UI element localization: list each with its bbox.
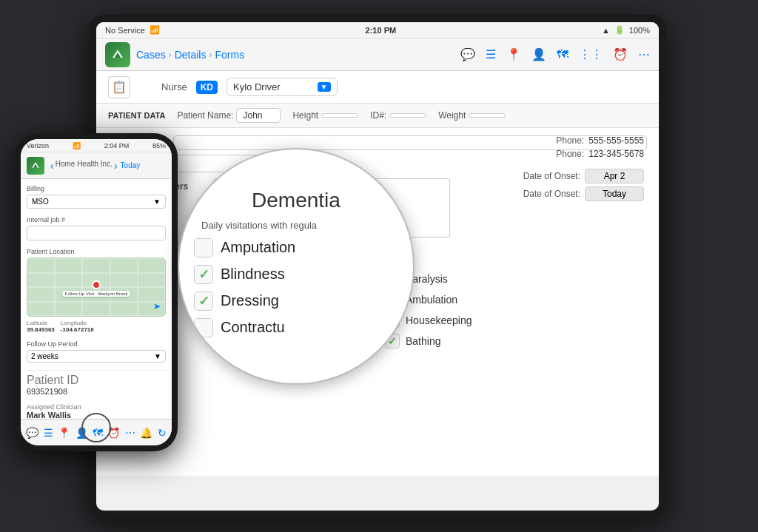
magnifier-item-amputation: Amputation: [194, 238, 398, 257]
location-icon[interactable]: 📍: [506, 47, 521, 61]
phone-chat-icon[interactable]: 💬: [26, 427, 38, 439]
patient-name-value[interactable]: John: [236, 108, 281, 123]
app-logo: [105, 42, 130, 67]
magnifier-title: Dementia: [194, 189, 398, 212]
phone-location-section: Patient Location: [27, 248, 166, 333]
date-row-2: Date of Onset: Today: [523, 186, 644, 201]
phone-row-1: Phone: 555-555-5555: [556, 135, 644, 146]
phone-bell-icon[interactable]: 🔔: [140, 427, 152, 439]
date-info: Date of Onset: Apr 2 Date of Onset: Toda…: [523, 169, 644, 204]
billing-dropdown-arrow: ▼: [153, 198, 161, 206]
grid-icon[interactable]: ⋮⋮: [579, 47, 603, 61]
map-icon[interactable]: 🗺: [557, 48, 568, 61]
magnifier-dressing-label: Dressing: [221, 292, 279, 309]
map-cell: [138, 273, 165, 288]
map-cell: [110, 273, 138, 288]
map-cell: [55, 273, 82, 288]
lon-label: Longitude: [61, 320, 94, 326]
breadcrumb-cases[interactable]: Cases: [136, 49, 166, 61]
more-icon[interactable]: ⋯: [638, 47, 650, 61]
breadcrumb-sep-2: ›: [209, 50, 212, 60]
map-cell: [27, 273, 55, 288]
weight-label: Weight: [438, 110, 466, 121]
check-item-bathing: ✓ Bathing: [385, 334, 647, 349]
weight-value[interactable]: [469, 113, 506, 118]
magnifier-orders-text: Daily visitations with regula: [194, 220, 398, 231]
magnifier-checkbox-dressing[interactable]: ✓: [194, 292, 213, 311]
assessment-right-col: Paralysis Ambulation ✓ Housekeeping: [385, 272, 647, 354]
date-value-2[interactable]: Today: [585, 186, 644, 201]
phone-more-icon[interactable]: ⋯: [125, 427, 135, 439]
breadcrumb-details[interactable]: Details: [175, 49, 207, 61]
magnifier-checkbox-contracture[interactable]: [194, 318, 213, 337]
nurse-dropdown[interactable]: Kylo Driver ▼: [227, 78, 337, 96]
magnifier-item-dressing: ✓ Dressing: [194, 292, 398, 311]
person-icon[interactable]: 👤: [531, 47, 546, 61]
date-value-1[interactable]: Apr 2: [585, 169, 644, 183]
phone-followup-section: Follow Up Period 2 weeks ▼: [27, 340, 166, 363]
magnifier-overlay: Dementia Daily visitations with regula A…: [178, 148, 415, 385]
magnifier-item-blindness: ✓ Blindness: [194, 265, 398, 284]
followup-row: 2 weeks ▼: [27, 350, 166, 363]
phone-refresh-icon[interactable]: ↻: [158, 427, 167, 439]
phone-patientid-section: Patient ID 693521908: [27, 374, 166, 396]
phone-today-label[interactable]: Today: [121, 161, 141, 169]
check-item-housekeeping: ✓ Housekeeping: [385, 313, 647, 328]
internaljob-label: Internal job #: [27, 216, 166, 223]
map-pin: [92, 280, 101, 289]
id-value[interactable]: [389, 113, 426, 118]
battery-icon: 🔋: [614, 25, 625, 35]
billing-dropdown[interactable]: MSO ▼: [27, 195, 166, 209]
map-cell: [110, 258, 138, 273]
nurse-initials-badge: KD: [196, 81, 218, 94]
phone-row-2: Phone: 123-345-5678: [556, 149, 644, 159]
clock-icon[interactable]: ⏰: [613, 47, 628, 61]
magnifier-blindness-checkmark: ✓: [198, 266, 209, 283]
navigate-icon[interactable]: ➤: [153, 301, 161, 312]
dropdown-arrow-icon: ▼: [318, 82, 331, 92]
ambulation-label: Ambulation: [406, 294, 457, 306]
nurse-name: Kylo Driver: [233, 81, 281, 92]
map-cell: [138, 287, 165, 302]
clinician-label: Assigned Clinician: [27, 403, 166, 411]
date-label-2: Date of Onset:: [523, 189, 580, 199]
internaljob-input[interactable]: [27, 226, 166, 240]
housekeeping-label: Housekeeping: [406, 314, 472, 326]
lat-value: 39.849363: [27, 326, 55, 333]
phone-back-arrow[interactable]: ‹: [50, 160, 54, 172]
chat-icon[interactable]: 💬: [460, 47, 475, 61]
phone-home-button[interactable]: [81, 413, 111, 442]
phone-location-icon[interactable]: 📍: [58, 427, 70, 439]
phone-device: Verizon 📶 2:04 PM 85% ‹ Home Health Inc.…: [15, 133, 178, 451]
magnifier-checkbox-blindness[interactable]: ✓: [194, 265, 213, 284]
phone-label-2: Phone:: [556, 149, 584, 159]
location-label: Patient Location: [27, 248, 166, 255]
height-value[interactable]: [321, 113, 358, 118]
date-label-1: Date of Onset:: [523, 171, 580, 181]
magnifier-amputation-label: Amputation: [221, 239, 295, 256]
followup-arrow: ▼: [154, 352, 161, 360]
billing-label: Billing: [27, 185, 166, 192]
breadcrumb-forms[interactable]: Forms: [215, 49, 244, 61]
longitude-coord: Longitude -104.672718: [61, 320, 94, 333]
phone-time: 2:04 PM: [104, 142, 130, 149]
list-icon[interactable]: ☰: [486, 47, 496, 61]
followup-dropdown[interactable]: 2 weeks ▼: [27, 350, 166, 363]
breadcrumb-sep-1: ›: [169, 50, 172, 60]
map-cell: [82, 258, 110, 273]
magnifier-dressing-checkmark: ✓: [198, 293, 209, 309]
lon-value: -104.672718: [61, 326, 94, 333]
patientid-value: 693521908: [27, 387, 166, 396]
phone-value-2: 123-345-5678: [588, 149, 644, 159]
phone-battery: 85%: [152, 142, 166, 149]
phone-wifi-icon: 📶: [73, 142, 81, 149]
magnifier-item-contracture: Contractu: [194, 318, 398, 337]
patient-weight-field: Weight: [438, 110, 506, 121]
status-left: No Service 📶: [105, 25, 160, 35]
phone-forward-arrow[interactable]: ›: [114, 160, 118, 172]
check-item-paralysis: Paralysis: [385, 272, 647, 286]
date-row-1: Date of Onset: Apr 2: [523, 169, 644, 183]
phone-list-icon[interactable]: ☰: [44, 427, 53, 439]
magnifier-checkbox-amputation[interactable]: [194, 238, 213, 257]
tablet-nav-bar: Cases › Details › Forms 💬 ☰ 📍 👤 🗺 ⋮⋮ ⏰ ⋯: [96, 38, 659, 71]
